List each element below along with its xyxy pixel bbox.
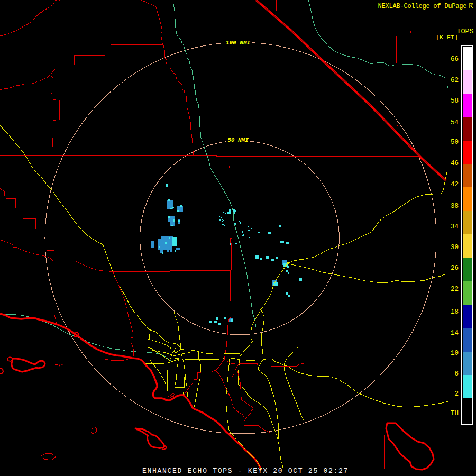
svg-text:34: 34	[451, 223, 459, 231]
svg-text:18: 18	[451, 308, 459, 316]
svg-text:10: 10	[451, 350, 459, 357]
svg-text:100 NMI: 100 NMI	[226, 40, 251, 46]
svg-text:2: 2	[454, 390, 459, 398]
svg-text:TOPS: TOPS	[456, 28, 473, 35]
svg-text:ENHANCED ECHO TOPS - KEYX 20 O: ENHANCED ECHO TOPS - KEYX 20 OCT 25 02:2…	[142, 467, 349, 475]
svg-text:50 NMI: 50 NMI	[227, 137, 249, 143]
svg-text:38: 38	[451, 203, 459, 210]
svg-text:[K FT]: [K FT]	[436, 34, 458, 41]
svg-text:46: 46	[451, 160, 459, 167]
svg-text:26: 26	[451, 264, 459, 272]
svg-text:30: 30	[451, 244, 459, 251]
svg-text:14: 14	[451, 329, 459, 337]
svg-text:NEXLAB-College of DuPage: NEXLAB-College of DuPage	[378, 3, 467, 10]
svg-text:66: 66	[451, 56, 459, 63]
svg-text:TH: TH	[451, 410, 459, 417]
svg-text:62: 62	[451, 77, 459, 84]
svg-text:50: 50	[451, 139, 459, 146]
svg-text:58: 58	[451, 97, 459, 105]
svg-text:22: 22	[451, 286, 459, 293]
svg-text:54: 54	[451, 119, 459, 126]
svg-text:42: 42	[451, 181, 459, 188]
svg-text:6: 6	[454, 370, 459, 378]
